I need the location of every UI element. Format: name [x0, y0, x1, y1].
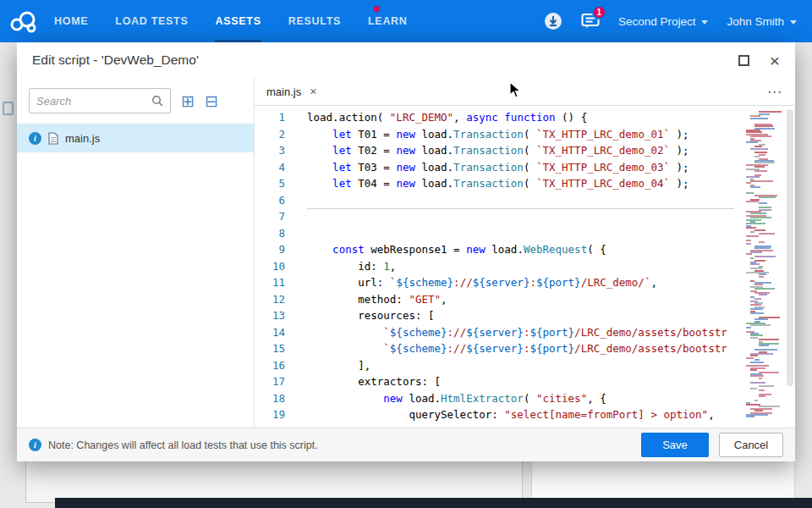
- background-footer-bar: [55, 498, 812, 508]
- note-info-icon: i: [29, 439, 41, 451]
- expand-all-button[interactable]: ⊞: [181, 93, 195, 109]
- main-nav: HOME LOAD TESTS ASSETS RESULTS LEARN: [54, 0, 408, 42]
- chevron-down-icon: [790, 20, 797, 25]
- maximize-button[interactable]: [738, 55, 749, 66]
- nav-learn[interactable]: LEARN: [368, 0, 408, 42]
- file-name: main.js: [65, 132, 100, 145]
- notifications-icon[interactable]: 1: [581, 13, 600, 30]
- search-input[interactable]: [36, 95, 151, 108]
- scrollbar-thumb[interactable]: [787, 109, 793, 386]
- nav-load-tests[interactable]: LOAD TESTS: [115, 0, 188, 42]
- search-icon: [151, 95, 163, 107]
- user-menu[interactable]: John Smith: [727, 15, 797, 28]
- search-box: [29, 88, 171, 113]
- line-numbers-gutter: 1234567891011121314151617181920: [255, 109, 299, 428]
- more-options-button[interactable]: ⋯: [767, 83, 795, 101]
- tab-label: main.js: [266, 86, 301, 98]
- nav-results[interactable]: RESULTS: [288, 0, 341, 42]
- close-button[interactable]: ×: [770, 52, 780, 69]
- info-icon: i: [29, 132, 41, 145]
- save-button[interactable]: Save: [641, 433, 709, 457]
- background-partial-icon: [3, 102, 14, 115]
- nav-assets[interactable]: ASSETS: [215, 0, 261, 42]
- project-selector-label: Second Project: [618, 15, 696, 28]
- minimap[interactable]: [744, 108, 783, 422]
- project-selector[interactable]: Second Project: [618, 15, 709, 28]
- chevron-down-icon: [701, 20, 708, 25]
- vertical-scrollbar[interactable]: [785, 106, 795, 428]
- tab-close-icon[interactable]: ×: [310, 86, 316, 97]
- notification-badge: 1: [592, 5, 606, 19]
- collapse-all-button[interactable]: ⊟: [205, 93, 218, 109]
- modal-footer: i Note: Changes will affect all load tes…: [17, 428, 795, 461]
- editor-tabbar: main.js × ⋯: [255, 78, 795, 106]
- nav-right-tools: 1 Second Project John Smith: [544, 12, 812, 30]
- script-editor: main.js × ⋯ 1234567891011121314151617181…: [255, 78, 795, 428]
- nav-home[interactable]: HOME: [54, 0, 88, 42]
- tab-mainjs[interactable]: main.js ×: [255, 78, 328, 106]
- modal-header: Edit script - 'DevWeb_Demo' ×: [17, 42, 795, 78]
- footer-note: Note: Changes will affect all load tests…: [48, 439, 318, 451]
- edit-script-modal: Edit script - 'DevWeb_Demo' × ⊞ ⊟ i: [17, 42, 795, 461]
- script-file-panel: ⊞ ⊟ i main.js: [17, 78, 255, 428]
- nav-learn-label: LEARN: [368, 15, 408, 27]
- user-menu-label: John Smith: [727, 15, 784, 28]
- modal-title: Edit script - 'DevWeb_Demo': [32, 52, 199, 68]
- download-center-icon[interactable]: [544, 12, 562, 30]
- file-tree-item-mainjs[interactable]: i main.js: [17, 124, 254, 152]
- new-content-dot: [374, 6, 380, 12]
- code-editor[interactable]: load.action( "LRC_DEMO", async function …: [307, 109, 734, 428]
- code-area: 1234567891011121314151617181920 load.act…: [255, 106, 795, 428]
- cancel-button[interactable]: Cancel: [719, 433, 783, 457]
- file-icon: [48, 132, 58, 145]
- top-nav: HOME LOAD TESTS ASSETS RESULTS LEARN 1 S…: [0, 0, 812, 42]
- app-logo-icon[interactable]: [7, 5, 39, 37]
